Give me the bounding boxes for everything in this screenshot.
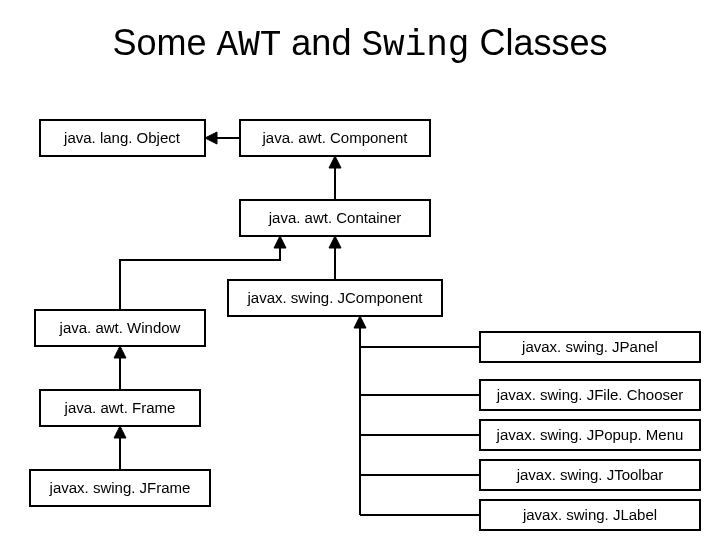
- class-label: javax. swing. JComponent: [246, 289, 423, 306]
- class-box-component: java. awt. Component: [240, 120, 430, 156]
- edge-frame-window: [114, 346, 126, 390]
- class-box-jpopupmenu: javax. swing. JPopup. Menu: [480, 420, 700, 450]
- class-label: javax. swing. JPanel: [521, 338, 658, 355]
- class-label: javax. swing. JFrame: [49, 479, 191, 496]
- edge-jframe-frame: [114, 426, 126, 470]
- class-box-jtoolbar: javax. swing. JToolbar: [480, 460, 700, 490]
- class-box-jfilechooser: javax. swing. JFile. Chooser: [480, 380, 700, 410]
- class-box-window: java. awt. Window: [35, 310, 205, 346]
- class-box-jframe: javax. swing. JFrame: [30, 470, 210, 506]
- class-label: java. awt. Component: [261, 129, 408, 146]
- class-box-jcomponent: javax. swing. JComponent: [228, 280, 442, 316]
- class-box-container: java. awt. Container: [240, 200, 430, 236]
- class-label: javax. swing. JFile. Chooser: [496, 386, 684, 403]
- class-diagram: java. lang. Object java. awt. Component …: [0, 0, 720, 540]
- class-box-object: java. lang. Object: [40, 120, 205, 156]
- edge-container-component: [329, 156, 341, 200]
- edge-bus-jcomponent: [354, 316, 480, 515]
- class-label: javax. swing. JLabel: [522, 506, 657, 523]
- class-label: java. lang. Object: [63, 129, 181, 146]
- class-label: java. awt. Container: [268, 209, 402, 226]
- edge-component-object: [205, 132, 240, 144]
- class-box-jlabel: javax. swing. JLabel: [480, 500, 700, 530]
- class-label: javax. swing. JToolbar: [516, 466, 664, 483]
- class-label: java. awt. Frame: [64, 399, 176, 416]
- class-box-frame: java. awt. Frame: [40, 390, 200, 426]
- class-box-jpanel: javax. swing. JPanel: [480, 332, 700, 362]
- edge-jcomponent-container: [329, 236, 341, 280]
- class-label: javax. swing. JPopup. Menu: [496, 426, 684, 443]
- class-label: java. awt. Window: [59, 319, 181, 336]
